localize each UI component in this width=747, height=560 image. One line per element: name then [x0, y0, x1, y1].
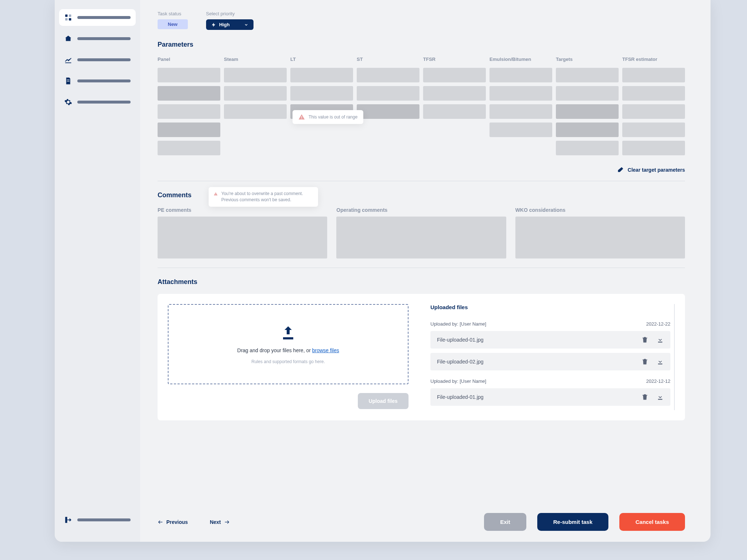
priority-block: Select priority High: [206, 11, 253, 30]
resubmit-button[interactable]: Re-submit task: [537, 513, 609, 531]
param-cell[interactable]: [556, 86, 619, 101]
file-dropzone[interactable]: Drag and drop your files here, or browse…: [168, 304, 409, 384]
param-cell[interactable]: [224, 104, 287, 119]
svg-rect-8: [216, 194, 216, 195]
top-controls: Task status New Select priority High: [158, 11, 685, 30]
tooltip-text: You're about to overwrite a past comment…: [221, 191, 313, 203]
param-cell[interactable]: [290, 68, 353, 82]
sidebar-item-analytics[interactable]: [59, 51, 136, 68]
pe-comments-input[interactable]: [158, 217, 327, 258]
download-icon[interactable]: [657, 393, 664, 401]
cancel-button[interactable]: Cancel tasks: [619, 513, 685, 531]
browse-files-link[interactable]: browse files: [312, 347, 339, 353]
svg-rect-1: [69, 15, 71, 17]
param-cell[interactable]: [423, 86, 486, 101]
param-cell[interactable]: [556, 68, 619, 82]
svg-rect-2: [65, 18, 67, 20]
house-icon: [64, 35, 72, 43]
download-icon[interactable]: [657, 336, 664, 343]
param-header: Targets: [556, 57, 619, 62]
sidebar-item-logout[interactable]: [59, 512, 136, 528]
exit-button[interactable]: Exit: [484, 513, 526, 531]
param-cell[interactable]: [158, 141, 220, 155]
tooltip-text: This value is out of range: [309, 114, 357, 120]
logout-icon: [64, 516, 72, 524]
svg-rect-5: [67, 81, 69, 81]
param-header: Emulsion/Bitumen: [489, 57, 552, 62]
parameters-title: Parameters: [158, 41, 685, 48]
next-link[interactable]: Next: [210, 519, 229, 525]
download-icon[interactable]: [657, 358, 664, 365]
warning-icon: [298, 114, 305, 120]
trash-icon[interactable]: [641, 336, 649, 343]
param-cell[interactable]: [556, 104, 619, 119]
clear-parameters-link[interactable]: Clear target parameters: [628, 167, 685, 173]
param-cell[interactable]: [357, 104, 419, 119]
main-content: Task status New Select priority High Par…: [140, 0, 711, 542]
param-cell[interactable]: [556, 141, 619, 155]
task-status-badge: New: [158, 19, 188, 29]
comments-section: Comments You're about to overwrite a pas…: [158, 191, 685, 268]
uploaded-files-title: Uploaded files: [430, 304, 670, 310]
trash-icon[interactable]: [641, 358, 649, 365]
priority-select[interactable]: High: [206, 19, 253, 30]
param-cell[interactable]: [556, 122, 619, 137]
file-name: File-uploaded-01.jpg: [437, 394, 484, 400]
param-cell[interactable]: [158, 104, 220, 119]
param-cell[interactable]: [423, 104, 486, 119]
param-cell[interactable]: [622, 141, 685, 155]
param-cell[interactable]: [489, 86, 552, 101]
wko-comments-input[interactable]: [515, 217, 685, 258]
param-cell[interactable]: [489, 122, 552, 137]
sidebar-item-documents[interactable]: [59, 73, 136, 89]
trash-icon[interactable]: [641, 393, 649, 401]
param-cell[interactable]: [423, 68, 486, 82]
param-header: TFSR: [423, 57, 486, 62]
document-icon: [64, 77, 72, 85]
param-cell[interactable]: [158, 122, 220, 137]
param-cell[interactable]: [622, 68, 685, 82]
sidebar-item-label: [77, 37, 131, 40]
param-cell[interactable]: [224, 68, 287, 82]
attachments-section: Attachments Drag and drop your files her…: [158, 278, 685, 420]
param-cell[interactable]: [158, 86, 220, 101]
param-header: Panel: [158, 57, 220, 62]
sidebar-item-settings[interactable]: [59, 94, 136, 110]
grid-icon: [64, 13, 72, 22]
param-cell[interactable]: [357, 68, 419, 82]
file-row: File-uploaded-01.jpg: [430, 388, 670, 406]
param-cell[interactable]: [622, 104, 685, 119]
sidebar-item-home[interactable]: [59, 30, 136, 47]
previous-link[interactable]: Previous: [158, 519, 188, 525]
operating-comments-label: Operating comments: [336, 207, 506, 213]
param-cell[interactable]: [357, 86, 419, 101]
uploaded-files-panel: Uploaded files Uploaded by: [User Name] …: [430, 304, 675, 410]
operating-comments-input[interactable]: [336, 217, 506, 258]
upload-icon: [279, 324, 297, 342]
sidebar-item-dashboard[interactable]: [59, 9, 136, 26]
tooltip-out-of-range: This value is out of range: [293, 110, 363, 124]
warning-icon: [214, 191, 218, 197]
param-cell[interactable]: [622, 86, 685, 101]
param-cell[interactable]: [290, 86, 353, 101]
task-status-block: Task status New: [158, 11, 188, 30]
param-header: LT: [290, 57, 353, 62]
sidebar-item-label: [77, 79, 131, 82]
priority-value: High: [219, 22, 230, 27]
arrow-right-icon: [224, 519, 230, 525]
param-cell[interactable]: [224, 86, 287, 101]
upload-group-header: Uploaded by: [User Name] 2022-12-12: [430, 378, 670, 384]
param-cell[interactable]: [489, 68, 552, 82]
pe-comments-label: PE comments: [158, 207, 327, 213]
sidebar-item-label: [77, 58, 131, 61]
param-cell[interactable]: [489, 104, 552, 119]
file-name: File-uploaded-01.jpg: [437, 337, 484, 343]
param-cell[interactable]: [622, 122, 685, 137]
upload-files-button[interactable]: Upload files: [358, 393, 409, 409]
svg-rect-7: [301, 118, 302, 119]
param-cell[interactable]: [158, 68, 220, 82]
dropzone-rules: Rules and supported formats go here.: [251, 359, 325, 364]
svg-rect-0: [65, 15, 67, 17]
file-row: File-uploaded-02.jpg: [430, 353, 670, 370]
file-name: File-uploaded-02.jpg: [437, 359, 484, 365]
